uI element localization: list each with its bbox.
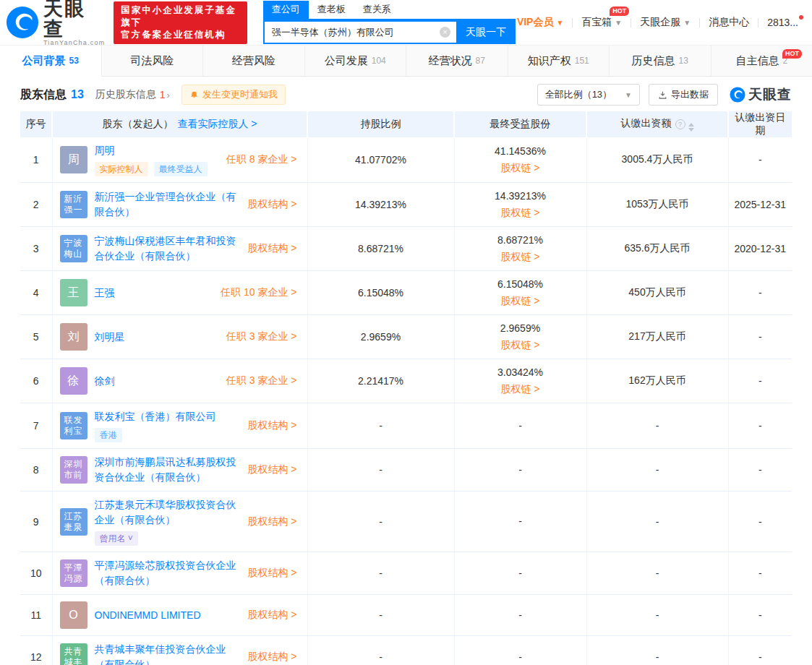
shareholder-name-link[interactable]: 共青城丰聚年佳投资合伙企业（有限合伙） <box>95 642 242 665</box>
shareholder-row: 7 联发利宝 联发利宝（香港）有限公司 香港 股权结构 > - - - - <box>20 403 792 449</box>
holder-action-link[interactable]: 股权结构 > <box>247 609 296 622</box>
shareholder-name-link[interactable]: 刘明星 <box>95 330 125 345</box>
holder-action-link[interactable]: 股权结构 > <box>247 463 296 476</box>
avatar[interactable]: 徐 <box>60 367 87 395</box>
shareholder-row: 5 刘 刘明星 任职 3 家企业 > 2.9659% 2.9659% 股权链 >… <box>20 315 792 359</box>
view-actual-controller-link[interactable]: 查看实际控股人 > <box>177 118 257 131</box>
holder-tag: 实际控制人 <box>95 162 148 176</box>
equity-chain-link[interactable]: 股权链 > <box>500 249 539 265</box>
avatar[interactable]: 平潭冯源 <box>60 559 87 587</box>
shareholder-name-link[interactable]: 宁波梅山保税港区丰年君和投资合伙企业（有限合伙） <box>95 233 242 264</box>
shareholding-ratio: - <box>307 492 454 552</box>
shareholder-name-link[interactable]: 新沂强一企业管理合伙企业（有限合伙） <box>95 189 242 220</box>
sort-icon[interactable] <box>688 123 694 132</box>
menu-enterprise-service[interactable]: 天眼企服▼ <box>638 16 692 29</box>
shareholder-name-link[interactable]: 王强 <box>95 286 115 301</box>
shareholder-name-link[interactable]: 深圳市前海鹏晨讯达私募股权投资合伙企业（有限合伙） <box>95 455 242 485</box>
avatar[interactable]: 刘 <box>60 323 87 351</box>
benefit-ratio: 41.14536% <box>459 144 582 159</box>
holder-tags: 实际控制人最终受益人 <box>95 162 221 176</box>
tab-judicial-risk[interactable]: 司法风险 <box>102 46 204 76</box>
holder-action-link[interactable]: 股权结构 > <box>247 567 296 580</box>
tianyancha-logo-icon <box>6 6 39 39</box>
holder-action-link[interactable]: 股权结构 > <box>247 419 296 432</box>
search-tab-company[interactable]: 查公司 <box>263 1 309 19</box>
holder-cell: 共青城丰 共青城丰聚年佳投资合伙企业（有限合伙） 股权结构 > <box>52 636 307 665</box>
holder-action-link[interactable]: 股权结构 > <box>247 515 296 528</box>
row-index: 3 <box>20 227 52 271</box>
tab-history-info[interactable]: 历史信息13 <box>610 46 711 76</box>
search-tab-boss[interactable]: 查老板 <box>309 1 354 19</box>
tab-operating-status[interactable]: 经营状况87 <box>406 46 508 76</box>
holder-action-link[interactable]: 股权结构 > <box>247 198 296 211</box>
tab-company-development[interactable]: 公司发展104 <box>305 46 407 76</box>
shareholder-name-link[interactable]: ONDINEMMD LIMITED <box>95 608 201 623</box>
equity-chain-link[interactable]: 股权链 > <box>500 338 539 353</box>
equity-chain-link[interactable]: 股权链 > <box>500 382 539 397</box>
gov-certification-badge: 国家中小企业发展子基金旗下 官方备案企业征信机构 <box>114 1 247 44</box>
export-data-button[interactable]: 导出数据 <box>649 84 718 106</box>
hot-badge: HOT <box>782 49 802 59</box>
row-index: 6 <box>20 359 52 403</box>
avatar[interactable]: 联发利宝 <box>60 412 87 439</box>
avatar[interactable]: 周 <box>60 146 87 173</box>
shareholder-name-link[interactable]: 联发利宝（香港）有限公司 <box>95 409 216 424</box>
history-shareholders-link[interactable]: 历史股东信息 1 › <box>95 88 170 101</box>
tianyancha-logo[interactable]: 天眼查 TianYanCha.com <box>6 0 105 46</box>
search-tab-relation[interactable]: 查关系 <box>354 1 400 19</box>
holder-tag[interactable]: 曾用名 ˅ <box>95 531 138 546</box>
equity-chain-link[interactable]: 股权链 > <box>500 205 539 220</box>
holder-action-link[interactable]: 股权结构 > <box>247 242 296 255</box>
subscribed-date: - <box>728 552 792 595</box>
subscribed-amount: 162万人民币 <box>586 359 728 403</box>
ratio-filter-dropdown[interactable]: 全部比例（13） ▼ <box>537 84 640 106</box>
help-icon[interactable]: ? <box>675 119 685 129</box>
tab-self-info[interactable]: 自主信息2 HOT <box>711 46 812 76</box>
shareholder-row: 8 深圳市前 深圳市前海鹏晨讯达私募股权投资合伙企业（有限合伙） 股权结构 > … <box>20 449 792 492</box>
menu-vip[interactable]: VIP会员▼ <box>516 16 565 29</box>
avatar[interactable]: 共青城丰 <box>60 643 87 665</box>
bell-icon <box>189 90 199 100</box>
menu-message-center[interactable]: 消息中心 <box>707 16 751 29</box>
holder-action-link[interactable]: 任职 3 家企业 > <box>226 330 297 343</box>
col-index: 序号 <box>20 111 52 137</box>
tab-operational-risk[interactable]: 经营风险 <box>203 46 305 76</box>
equity-chain-link[interactable]: 股权链 > <box>500 160 539 176</box>
menu-separator <box>758 18 758 27</box>
benefit-ratio: - <box>459 650 582 665</box>
clear-search-icon[interactable]: × <box>440 27 450 38</box>
avatar[interactable]: 江苏疌泉 <box>60 508 87 536</box>
benefit-ratio: - <box>459 566 582 581</box>
benefit-ratio: - <box>459 419 582 434</box>
avatar[interactable]: 王 <box>60 279 87 306</box>
menu-toolbox[interactable]: 百宝箱▼ HOT <box>580 16 623 29</box>
holder-action-link[interactable]: 任职 3 家企业 > <box>226 374 297 387</box>
avatar[interactable]: O <box>60 601 87 629</box>
shareholder-name-link[interactable]: 周明 <box>95 143 115 158</box>
avatar[interactable]: 宁波梅山 <box>60 235 87 262</box>
avatar[interactable]: 新沂强一 <box>60 191 87 218</box>
tab-company-background[interactable]: 公司背景53 <box>0 46 102 77</box>
subscribed-date: 2020-12-31 <box>728 227 792 271</box>
holder-tags: 香港 <box>95 428 242 442</box>
shareholder-name-link[interactable]: 徐剑 <box>95 374 115 389</box>
tianyancha-logo-icon <box>730 87 745 103</box>
search-input[interactable] <box>263 20 456 44</box>
top-menu: VIP会员▼ 百宝箱▼ HOT 天眼企服▼ 消息中心 2813... <box>516 16 805 29</box>
holder-action-link[interactable]: 任职 10 家企业 > <box>221 286 296 299</box>
company-nav-tabs: 公司背景53 司法风险 经营风险 公司发展104 经营状况87 知识产权151 … <box>0 45 812 77</box>
holder-action-link[interactable]: 任职 8 家企业 > <box>226 153 297 166</box>
notify-on-change-button[interactable]: 发生变更时通知我 <box>181 85 286 105</box>
menu-user-account[interactable]: 2813... <box>766 17 805 28</box>
shareholder-row: 4 王 王强 任职 10 家企业 > 6.15048% 6.15048% 股权链… <box>20 271 792 315</box>
shareholder-name-link[interactable]: 江苏疌泉元禾璞华股权投资合伙企业（有限合伙） <box>95 497 242 528</box>
equity-chain-link[interactable]: 股权链 > <box>500 293 539 309</box>
gov-badge-line2: 官方备案企业征信机构 <box>121 29 239 41</box>
holder-action-link[interactable]: 股权结构 > <box>247 651 296 664</box>
shareholder-name-link[interactable]: 平潭冯源绘芯股权投资合伙企业（有限合伙） <box>95 558 242 588</box>
subscribed-amount: 1053万人民币 <box>586 183 728 227</box>
tab-intellectual-property[interactable]: 知识产权151 <box>508 46 610 76</box>
row-index: 10 <box>20 552 52 595</box>
search-button[interactable]: 天眼一下 <box>456 20 516 44</box>
avatar[interactable]: 深圳市前 <box>60 456 87 484</box>
